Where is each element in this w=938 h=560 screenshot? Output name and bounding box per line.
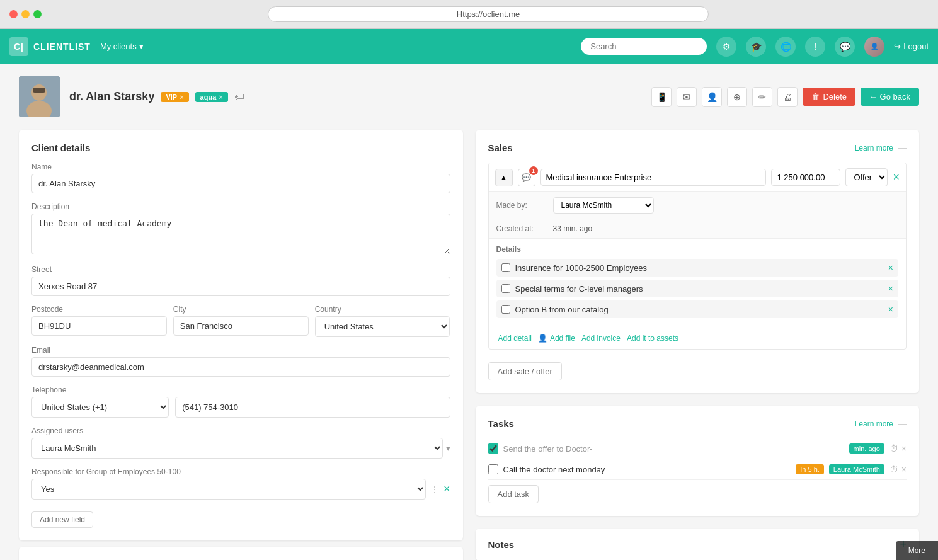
postcode-label: Postcode [31,305,167,314]
street-input[interactable] [31,277,450,296]
graduation-icon[interactable]: 🎓 [746,37,766,57]
client-details-card: Client details Name Description the Dean… [19,130,463,540]
comment-badge: 1 [529,166,538,175]
notes-card: Notes + [476,529,920,560]
client-avatar [19,76,60,117]
assigned-group: Assigned users Laura McSmith ▾ [31,426,450,459]
task-remove-1[interactable]: × [901,464,907,474]
detail-checkbox-1[interactable] [501,284,510,293]
detail-remove-1[interactable]: × [888,283,893,294]
sales-learn-more[interactable]: Learn more [855,144,893,152]
tasks-card: Tasks Learn more — Send the offer to Doc… [476,406,920,516]
print-icon-btn[interactable]: 🖨 [777,87,798,107]
name-input[interactable] [31,174,450,193]
sales-title: Sales [488,142,513,153]
add-detail-btn[interactable]: Add detail [498,334,532,343]
logout-button[interactable]: ↪ Logout [894,42,929,51]
responsible-label: Responsible for Group of Employees 50-10… [31,467,450,476]
task-clock-1[interactable]: ⏱ [889,464,898,474]
dot-red[interactable] [9,10,18,18]
badge-aqua: aqua × [195,92,228,102]
go-back-button[interactable]: ← Go back [861,88,919,106]
search-input[interactable] [581,38,707,55]
task-checkbox-0[interactable] [488,443,498,454]
description-group: Description the Dean of medical Academy [31,202,450,256]
email-icon-btn[interactable]: ✉ [677,87,697,107]
add-assets-btn[interactable]: Add it to assets [627,334,678,343]
email-input[interactable] [31,357,450,377]
brand-icon: C| [9,37,28,56]
merge-icon-btn[interactable]: ⊕ [727,87,747,107]
sales-comment-btn[interactable]: 💬 1 [518,169,535,186]
description-textarea[interactable]: the Dean of medical Academy [31,214,450,254]
responsible-row: Yes No ⋮ × [31,479,450,500]
main-content: dr. Alan Starsky VIP × aqua × 🏷 📱 ✉ 👤 ⊕ … [0,64,938,560]
chat-icon[interactable]: 💬 [835,37,855,57]
sales-type-select[interactable]: Offer Sale [845,168,888,186]
name-group: Name [31,163,450,193]
task-actions-0: ⏱ × [889,443,907,454]
sales-header: Sales Learn more — [488,142,907,153]
sales-entry: ▲ 💬 1 Offer Sale × [488,163,907,350]
responsible-group: Responsible for Group of Employees 50-10… [31,467,450,500]
sales-close-btn[interactable]: × [893,171,900,184]
browser-dots [9,10,42,18]
telephone-input[interactable] [175,397,450,418]
task-checkbox-1[interactable] [488,464,498,474]
alert-icon[interactable]: ! [805,37,825,57]
city-label: City [173,305,309,314]
detail-remove-0[interactable]: × [888,263,893,273]
sales-info-section: Made by: Laura McSmith Created at: 33 mi… [489,191,907,238]
city-input[interactable] [173,316,309,336]
telephone-row: United States (+1) [31,397,450,418]
sales-amount-input[interactable] [771,169,840,186]
my-clients-menu[interactable]: My clients ▾ [100,42,144,51]
detail-item-1: Special terms for C-level managers × [496,280,899,297]
add-file-icon: 👤 [538,334,547,343]
tasks-learn-more[interactable]: Learn more [855,420,893,428]
user-icon-btn[interactable]: 👤 [702,87,722,107]
settings-icon[interactable]: ⚙ [716,37,736,57]
notes-header: Notes + [488,538,907,551]
address-row: Postcode City Country United States [31,305,450,346]
user-avatar[interactable]: 👤 [864,37,884,57]
detail-text-2: Option B from our catalog [515,305,883,314]
detail-item-2: Option B from our catalog × [496,300,899,318]
add-new-field-button[interactable]: Add new field [31,511,93,528]
globe-icon[interactable]: 🌐 [775,37,796,57]
country-select[interactable]: United States [315,316,450,337]
brand-logo[interactable]: C| CLIENTLIST [9,37,91,56]
add-task-button[interactable]: Add task [488,485,539,503]
tag-icon[interactable]: 🏷 [234,91,244,103]
delete-button[interactable]: 🗑 Delete [803,88,855,106]
postcode-input[interactable] [31,316,167,336]
detail-checkbox-2[interactable] [501,305,510,314]
task-clock-0[interactable]: ⏱ [889,443,898,454]
add-invoice-btn[interactable]: Add invoice [581,334,621,343]
sales-name-input[interactable] [540,169,767,186]
task-item-0: Send the offer to Doctor- min. ago ⏱ × [488,438,907,459]
responsible-select[interactable]: Yes No [31,479,426,500]
add-sale-button[interactable]: Add sale / offer [488,362,562,380]
sales-collapse-btn[interactable]: ▲ [495,169,513,186]
detail-remove-2[interactable]: × [888,304,893,314]
dot-yellow[interactable] [21,10,30,18]
email-group: Email [31,346,450,377]
task-remove-0[interactable]: × [901,443,907,454]
info-created-value: 33 min. ago [553,224,593,233]
task-text-1: Call the doctor next monday [503,465,791,474]
badge-aqua-remove[interactable]: × [219,93,222,101]
responsible-remove-btn[interactable]: × [443,483,450,496]
more-button[interactable]: More [896,541,938,560]
detail-checkbox-0[interactable] [501,263,510,272]
browser-url[interactable]: Https://oclient.me [268,6,709,22]
telephone-country-select[interactable]: United States (+1) [31,397,169,418]
edit-icon-btn[interactable]: ✏ [752,87,772,107]
mobile-icon-btn[interactable]: 📱 [651,87,672,107]
badge-vip-remove[interactable]: × [180,93,183,101]
client-name: dr. Alan Starsky [69,90,154,103]
assigned-select[interactable]: Laura McSmith [31,438,443,459]
dot-green[interactable] [33,10,42,18]
info-made-by-select[interactable]: Laura McSmith [553,197,654,214]
add-file-btn[interactable]: 👤 Add file [538,334,575,343]
